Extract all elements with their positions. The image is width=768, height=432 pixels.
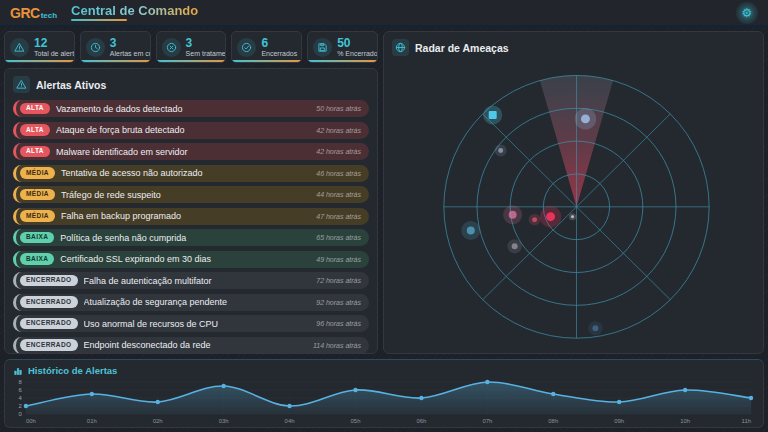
alerts-panel-header: Alertas Ativos [13, 76, 369, 93]
stat-accent-bar [81, 60, 150, 62]
alert-row[interactable]: ENCERRADO Endpoint desconectado da rede … [13, 337, 369, 354]
save-icon [313, 38, 332, 57]
alert-row[interactable]: MÉDIA Tráfego de rede suspeito 44 horas … [13, 186, 369, 203]
stat-value: 3 [110, 37, 145, 51]
page-title-wrap: Central de Comando [71, 4, 198, 21]
svg-text:8: 8 [19, 379, 23, 385]
alert-row[interactable]: ALTA Vazamento de dados detectado 50 hor… [13, 100, 369, 117]
alert-time: 72 horas atrás [316, 277, 361, 284]
alert-row[interactable]: MÉDIA Falha em backup programado 47 hora… [13, 208, 369, 225]
svg-text:04h: 04h [285, 418, 295, 424]
svg-text:11h: 11h [742, 418, 751, 424]
stat-card: 6 Encerrados [231, 31, 302, 63]
stat-accent-bar [157, 60, 226, 62]
alert-row[interactable]: MÉDIA Tentativa de acesso não autorizado… [13, 165, 369, 182]
stat-card: 50 % Encerrados [307, 31, 378, 63]
alert-time: 46 horas atrás [316, 170, 361, 177]
top-bar: GRC tech Central de Comando ⚙ [0, 0, 768, 27]
x-circle-icon [162, 38, 181, 57]
severity-badge: MÉDIA [20, 210, 55, 222]
alert-time: 44 horas atrás [316, 191, 361, 198]
stat-card: 12 Total de alertas [4, 31, 75, 63]
left-column: 12 Total de alertas 3 Alertas em curso 3… [4, 31, 378, 354]
settings-button[interactable]: ⚙ [736, 2, 758, 24]
history-panel-header: Histórico de Alertas [13, 365, 755, 376]
history-panel-title: Histórico de Alertas [28, 365, 117, 376]
alert-row[interactable]: ALTA Ataque de força bruta detectado 42 … [13, 122, 369, 139]
alert-row[interactable]: ENCERRADO Atualização de segurança pende… [13, 294, 369, 311]
alert-text: Tentativa de acesso não autorizado [61, 168, 310, 178]
alert-time: 42 horas atrás [316, 127, 361, 134]
alert-row[interactable]: ENCERRADO Uso anormal de recursos de CPU… [13, 315, 369, 332]
severity-badge: MÉDIA [20, 189, 55, 201]
globe-icon [392, 39, 409, 56]
alert-text: Falha em backup programado [61, 211, 310, 221]
alerts-panel-title: Alertas Ativos [36, 79, 106, 91]
alert-text: Malware identificado em servidor [56, 147, 310, 157]
warning-triangle-icon [10, 38, 29, 57]
alert-time: 50 horas atrás [316, 105, 361, 112]
svg-text:2: 2 [19, 403, 23, 409]
alert-text: Vazamento de dados detectado [56, 104, 310, 114]
severity-badge: MÉDIA [20, 167, 55, 179]
alert-text: Certificado SSL expirando em 30 dias [60, 254, 310, 264]
logo-suffix-text: tech [41, 11, 57, 20]
svg-text:01h: 01h [87, 418, 97, 424]
logo-brand-text: GRC [10, 5, 40, 21]
severity-badge: ALTA [20, 124, 50, 136]
threat-radar-chart [384, 32, 763, 353]
stat-value: 50 [337, 37, 372, 51]
command-center-app: GRC tech Central de Comando ⚙ 12 Total d… [0, 0, 768, 432]
grc-logo[interactable]: GRC tech [10, 5, 57, 21]
stat-accent-bar [5, 60, 74, 62]
alert-history-line-chart: 0246800h01h02h03h04h05h06h07h08h09h10h11… [13, 378, 755, 425]
alert-text: Política de senha não cumprida [60, 233, 310, 243]
svg-text:09h: 09h [614, 418, 624, 424]
severity-badge: BAIXA [20, 253, 54, 265]
alert-time: 42 horas atrás [316, 148, 361, 155]
alert-time: 49 horas atrás [316, 256, 361, 263]
severity-badge: ENCERRADO [20, 339, 78, 351]
alerts-list: ALTA Vazamento de dados detectado 50 hor… [13, 100, 369, 354]
stat-card: 3 Sem tratamento [156, 31, 227, 63]
alert-row[interactable]: ENCERRADO Falha de autenticação multifat… [13, 272, 369, 289]
svg-text:07h: 07h [482, 418, 492, 424]
bar-chart-icon [13, 366, 23, 376]
severity-badge: ENCERRADO [20, 318, 78, 330]
alert-row[interactable]: BAIXA Política de senha não cumprida 65 … [13, 229, 369, 246]
stat-accent-bar [232, 60, 301, 62]
stats-row: 12 Total de alertas 3 Alertas em curso 3… [4, 31, 378, 63]
svg-text:05h: 05h [351, 418, 361, 424]
stat-label: Alertas em curso [110, 50, 145, 57]
severity-badge: ENCERRADO [20, 296, 78, 308]
stat-label: Sem tratamento [186, 50, 221, 57]
title-underline [71, 19, 127, 21]
severity-badge: ALTA [20, 146, 50, 158]
alert-history-panel: Histórico de Alertas 0246800h01h02h03h04… [4, 359, 764, 428]
active-alerts-panel: Alertas Ativos ALTA Vazamento de dados d… [4, 68, 378, 354]
stat-label: Total de alertas [34, 50, 69, 57]
svg-text:06h: 06h [416, 418, 426, 424]
alert-text: Endpoint desconectado da rede [84, 340, 307, 350]
radar-panel-header: Radar de Ameaças [392, 39, 509, 56]
severity-badge: ALTA [20, 103, 50, 115]
main-area: 12 Total de alertas 3 Alertas em curso 3… [0, 27, 768, 355]
svg-text:00h: 00h [26, 418, 36, 424]
alert-row[interactable]: ALTA Malware identificado em servidor 42… [13, 143, 369, 160]
alert-text: Falha de autenticação multifator [84, 276, 311, 286]
alert-time: 114 horas atrás [313, 342, 361, 349]
severity-badge: ENCERRADO [20, 275, 78, 287]
svg-text:02h: 02h [153, 418, 163, 424]
alert-text: Ataque de força bruta detectado [56, 125, 310, 135]
alert-text: Atualização de segurança pendente [84, 297, 311, 307]
svg-text:0: 0 [19, 411, 23, 417]
alert-time: 96 horas atrás [316, 320, 361, 327]
check-circle-icon [237, 38, 256, 57]
alert-row[interactable]: BAIXA Certificado SSL expirando em 30 di… [13, 251, 369, 268]
gear-icon: ⚙ [742, 7, 753, 19]
page-title: Central de Comando [71, 4, 198, 18]
stat-label: Encerrados [261, 50, 296, 57]
svg-text:10h: 10h [680, 418, 690, 424]
stat-value: 6 [261, 37, 296, 51]
svg-text:08h: 08h [548, 418, 558, 424]
